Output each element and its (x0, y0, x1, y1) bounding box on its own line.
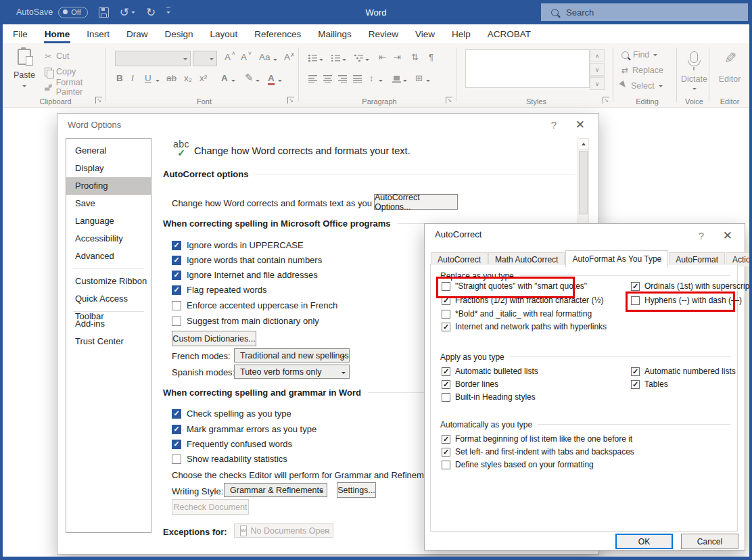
select-button[interactable]: Select (621, 78, 663, 93)
save-icon[interactable] (99, 7, 109, 18)
settings-button[interactable]: Settings... (337, 482, 376, 498)
checkbox-ignore-internet[interactable]: Ignore Internet and file addresses (172, 270, 318, 280)
checkbox-confused-words[interactable]: Frequently confused words (172, 439, 292, 449)
sidebar-item-customize-ribbon[interactable]: Customize Ribbon (66, 273, 151, 290)
bold-button[interactable]: B (116, 73, 123, 83)
checkbox-fractions[interactable]: Fractions (1/2) with fraction character … (442, 296, 603, 305)
checkbox-enforce-french[interactable]: Enforce accented uppercase in French (172, 300, 337, 310)
exceptions-dropdown[interactable]: W No Documents Open (234, 523, 333, 538)
checkbox-icon[interactable] (442, 461, 450, 469)
ok-button[interactable]: OK (615, 534, 673, 549)
tab-autoformat-as-you-type[interactable]: AutoFormat As You Type (565, 250, 668, 267)
tab-review[interactable]: Review (369, 29, 398, 39)
autosave-toggle[interactable]: AutoSave Off (16, 7, 88, 18)
tab-help[interactable]: Help (452, 29, 471, 39)
tab-insert[interactable]: Insert (87, 29, 110, 39)
sidebar-item-advanced[interactable]: Advanced (66, 248, 151, 265)
tab-references[interactable]: References (254, 29, 301, 39)
text-effects-button[interactable]: A (221, 73, 228, 83)
checkbox-icon[interactable] (442, 310, 450, 319)
autocorrect-help-icon[interactable]: ? (699, 231, 704, 241)
checkbox-heading-styles[interactable]: Built-in Heading styles (442, 392, 536, 402)
sidebar-item-language[interactable]: Language (66, 212, 151, 230)
bullets-button[interactable] (308, 54, 317, 62)
checkbox-icon[interactable] (631, 367, 640, 376)
dictate-button[interactable] (680, 51, 709, 69)
clipboard-dialog-launcher-icon[interactable]: ↘ (95, 97, 102, 103)
checkbox-icon[interactable] (631, 380, 640, 389)
checkbox-icon[interactable] (172, 317, 181, 326)
tab-home[interactable]: Home (45, 29, 70, 39)
undo-chevron-icon[interactable] (131, 11, 135, 16)
text-highlight-button[interactable]: ✎ (245, 72, 254, 84)
multilevel-list-button[interactable] (354, 54, 363, 62)
font-name-combobox[interactable] (115, 51, 191, 66)
tab-view[interactable]: View (415, 29, 435, 39)
font-color-button[interactable]: A (268, 73, 275, 85)
checkbox-icon[interactable] (172, 285, 181, 295)
increase-indent-button[interactable]: ⇥ (394, 52, 401, 62)
cancel-button[interactable]: Cancel (681, 534, 738, 549)
search-box[interactable]: Search (541, 3, 748, 21)
writing-style-dropdown[interactable]: Grammar & Refinements (224, 483, 327, 497)
sidebar-item-add-ins[interactable]: Add-ins (66, 315, 151, 333)
checkbox-icon[interactable] (631, 282, 640, 291)
borders-button[interactable]: ⊞ (415, 73, 423, 83)
tab-acrobat[interactable]: ACROBAT (488, 29, 531, 39)
checkbox-icon[interactable] (631, 296, 640, 305)
checkbox-icon[interactable] (172, 454, 181, 464)
editor-button[interactable]: ✎ (712, 49, 747, 66)
sidebar-item-accessibility[interactable]: Accessibility (66, 230, 151, 248)
numbering-button[interactable] (331, 54, 340, 62)
checkbox-ignore-uppercase[interactable]: Ignore words in UPPERCASE (172, 240, 304, 250)
superscript-button[interactable]: x² (199, 73, 207, 83)
checkbox-border-lines[interactable]: Border lines (442, 379, 498, 389)
styles-scroll-down-icon[interactable]: ∨ (590, 63, 605, 76)
autocorrect-close-icon[interactable]: ✕ (723, 230, 732, 241)
sidebar-item-general[interactable]: General (66, 142, 151, 160)
undo-button[interactable]: ↺ (120, 7, 135, 18)
shrink-font-button[interactable]: A (241, 52, 247, 62)
subscript-button[interactable]: x₂ (184, 73, 192, 83)
font-dialog-launcher-icon[interactable]: ↘ (287, 97, 294, 103)
checkbox-icon[interactable] (442, 435, 450, 444)
sidebar-item-proofing[interactable]: Proofing (66, 177, 151, 195)
styles-scroll-up-icon[interactable]: ∧ (590, 49, 605, 62)
cut-button[interactable]: ✂ Cut (45, 49, 69, 64)
custom-dictionaries-button[interactable]: Custom Dictionaries... (172, 331, 256, 346)
tab-design[interactable]: Design (165, 29, 193, 39)
checkbox-mark-grammar[interactable]: Mark grammar errors as you type (172, 424, 316, 434)
checkbox-icon[interactable] (172, 409, 181, 419)
italic-button[interactable]: I (131, 73, 134, 83)
justify-button[interactable] (353, 75, 362, 83)
checkbox-format-list-item[interactable]: Format beginning of list item like the o… (442, 434, 632, 444)
autocorrect-options-button[interactable]: AutoCorrect Options... (374, 194, 458, 210)
sidebar-item-trust-center[interactable]: Trust Center (66, 333, 151, 350)
align-right-button[interactable] (338, 75, 347, 83)
tab-layout[interactable]: Layout (210, 29, 238, 39)
checkbox-icon[interactable] (172, 425, 181, 434)
checkbox-icon[interactable] (442, 367, 450, 376)
checkbox-bold-italic[interactable]: *Bold* and _italic_ with real formatting (442, 309, 592, 319)
styles-gallery[interactable] (465, 49, 590, 88)
format-painter-button[interactable]: Format Painter (45, 80, 105, 95)
checkbox-icon[interactable] (442, 296, 450, 305)
sidebar-item-save[interactable]: Save (66, 195, 151, 212)
checkbox-icon[interactable] (442, 323, 450, 331)
checkbox-icon[interactable] (172, 241, 181, 250)
font-size-combobox[interactable] (193, 51, 217, 66)
checkbox-ordinals[interactable]: Ordinals (1st) with superscript (631, 281, 752, 291)
recheck-document-button[interactable]: Recheck Document (172, 499, 249, 515)
styles-more-icon[interactable]: ∨ (590, 76, 605, 90)
checkbox-ignore-numbers[interactable]: Ignore words that contain numbers (172, 255, 322, 265)
strikethrough-button[interactable]: ab (166, 73, 177, 83)
french-modes-dropdown[interactable]: Traditional and new spellings (234, 348, 350, 363)
styles-dialog-launcher-icon[interactable]: ↘ (603, 97, 609, 103)
shading-button[interactable] (392, 75, 401, 83)
checkbox-set-indents[interactable]: Set left- and first-indent with tabs and… (442, 447, 634, 457)
checkbox-flag-repeated[interactable]: Flag repeated words (172, 285, 267, 295)
paragraph-dialog-launcher-icon[interactable]: ↘ (446, 97, 452, 103)
align-center-button[interactable] (323, 75, 332, 83)
show-paragraph-marks-button[interactable]: ¶ (429, 52, 433, 62)
tab-draw[interactable]: Draw (126, 29, 148, 39)
